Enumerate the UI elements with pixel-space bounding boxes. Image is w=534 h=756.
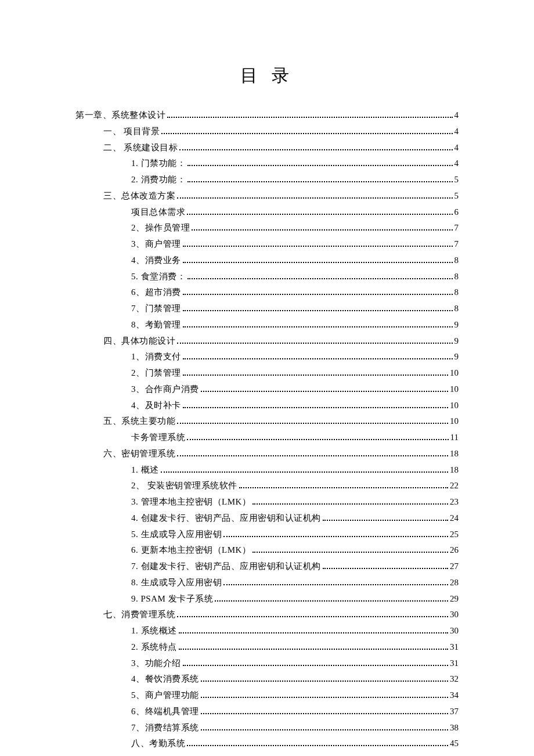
toc-entry-page: 18 (450, 462, 459, 478)
toc-entry: 第一章、系统整体设计4 (75, 107, 459, 124)
toc-entry-label: 3、商户管理 (131, 236, 181, 253)
toc-entry-label: 5. 生成或导入应用密钥 (131, 527, 222, 543)
toc-entry-page: 29 (450, 591, 459, 607)
toc-entry-label: 1. 系统概述 (131, 623, 177, 639)
toc-leader-dots (183, 352, 453, 359)
toc-entry: 4. 创建发卡行、密钥产品、应用密钥和认证机构24 (131, 510, 459, 527)
toc-entry-label: 八、考勤系统 (131, 736, 185, 752)
toc-entry-label: 7、消费结算系统 (131, 720, 199, 736)
toc-leader-dots (177, 192, 453, 199)
toc-entry-label: 3. 管理本地主控密钥（LMK） (131, 494, 251, 510)
toc-entry-label: 二、 系统建设目标 (103, 140, 178, 156)
toc-entry-page: 8 (454, 285, 459, 301)
toc-leader-dots (161, 466, 449, 473)
toc-entry-page: 18 (450, 446, 459, 462)
toc-leader-dots (187, 739, 448, 746)
toc-leader-dots (187, 272, 453, 279)
toc-entry-label: 1. 概述 (131, 462, 159, 478)
toc-entry-label: 7. 创建发卡行、密钥产品、应用密钥和认证机构 (131, 559, 321, 575)
toc-leader-dots (323, 514, 449, 521)
toc-entry-label: 8、考勤管理 (131, 317, 181, 333)
toc-entry-label: 五、系统主要功能 (103, 413, 175, 430)
toc-entry-label: 9. PSAM 发卡子系统 (131, 591, 213, 607)
toc-leader-dots (183, 256, 453, 263)
toc-leader-dots (201, 691, 449, 698)
toc-entry: 二、 系统建设目标4 (103, 140, 459, 156)
toc-entry-page: 27 (450, 559, 459, 575)
toc-leader-dots (215, 595, 448, 602)
toc-entry-page: 24 (450, 510, 459, 527)
toc-leader-dots (187, 208, 453, 215)
toc-entry-page: 34 (450, 687, 459, 704)
toc-entry-page: 8 (454, 301, 459, 317)
toc-leader-dots (177, 610, 448, 617)
table-of-contents: 第一章、系统整体设计4一、 项目背景4二、 系统建设目标41. 门禁功能：42.… (75, 107, 459, 752)
toc-entry-page: 37 (450, 704, 459, 720)
toc-leader-dots (252, 546, 448, 553)
toc-entry: 4、及时补卡10 (131, 398, 459, 414)
toc-entry-page: 26 (450, 542, 459, 559)
toc-leader-dots (177, 449, 448, 456)
toc-leader-dots (201, 675, 449, 682)
toc-leader-dots (323, 562, 449, 569)
toc-entry-label: 8. 生成或导入应用密钥 (131, 575, 222, 591)
toc-entry-page: 31 (450, 639, 459, 656)
toc-entry-label: 1、消费支付 (131, 349, 181, 365)
toc-entry: 五、系统主要功能10 (103, 413, 459, 430)
toc-entry: 卡务管理系统11 (131, 430, 459, 446)
toc-entry: 5. 生成或导入应用密钥25 (131, 527, 459, 543)
toc-entry-label: 3、合作商户消费 (131, 381, 199, 398)
toc-entry-label: 1. 门禁功能： (131, 156, 186, 172)
toc-entry-page: 4 (454, 140, 459, 156)
toc-entry-page: 4 (454, 124, 459, 140)
toc-entry-page: 45 (450, 736, 459, 752)
toc-entry-label: 4、及时补卡 (131, 398, 181, 414)
toc-entry: 4、餐饮消费系统32 (131, 671, 459, 687)
toc-leader-dots (179, 627, 449, 633)
toc-entry: 3、商户管理7 (131, 236, 459, 253)
toc-entry: 9. PSAM 发卡子系统29 (131, 591, 459, 607)
toc-leader-dots (161, 127, 452, 134)
toc-entry: 六、密钥管理系统18 (103, 446, 459, 462)
toc-entry-label: 4、餐饮消费系统 (131, 671, 199, 687)
toc-leader-dots (223, 578, 448, 585)
toc-leader-dots (201, 385, 449, 392)
toc-title: 目 录 (75, 64, 459, 88)
toc-entry: 1. 概述18 (131, 462, 459, 478)
toc-entry-label: 六、密钥管理系统 (103, 446, 175, 462)
toc-entry-label: 4. 创建发卡行、密钥产品、应用密钥和认证机构 (131, 510, 321, 527)
toc-entry-page: 9 (454, 333, 459, 350)
toc-entry-label: 项目总体需求 (131, 204, 185, 221)
toc-entry-page: 38 (450, 720, 459, 736)
toc-entry-label: 5、商户管理功能 (131, 687, 199, 704)
toc-entry-page: 7 (454, 236, 459, 253)
toc-entry: 3、功能介绍31 (131, 656, 459, 672)
toc-entry-page: 4 (454, 156, 459, 172)
toc-leader-dots (177, 417, 448, 424)
toc-entry-label: 2. 系统特点 (131, 639, 177, 656)
toc-entry: 1. 门禁功能：4 (131, 156, 459, 172)
toc-entry-page: 10 (450, 365, 459, 381)
toc-entry-label: 三、总体改造方案 (103, 188, 175, 204)
toc-entry-page: 10 (450, 398, 459, 414)
toc-entry-page: 25 (450, 527, 459, 543)
toc-entry: 8. 生成或导入应用密钥28 (131, 575, 459, 591)
toc-leader-dots (177, 337, 453, 344)
toc-leader-dots (239, 481, 448, 488)
toc-leader-dots (187, 159, 453, 166)
toc-entry-page: 30 (450, 607, 459, 623)
toc-entry-label: 3、功能介绍 (131, 656, 181, 672)
toc-entry-label: 2、 安装密钥管理系统软件 (131, 478, 237, 494)
toc-leader-dots (183, 240, 453, 247)
toc-entry: 四、具体功能设计9 (103, 333, 459, 350)
toc-entry-page: 9 (454, 349, 459, 365)
toc-entry: 项目总体需求6 (131, 204, 459, 221)
toc-leader-dots (183, 401, 449, 408)
toc-entry-page: 11 (450, 430, 459, 446)
toc-entry: 1. 系统概述30 (131, 623, 459, 639)
toc-entry: 6、超市消费8 (131, 285, 459, 301)
toc-entry: 7、消费结算系统38 (131, 720, 459, 736)
toc-entry: 4、消费业务8 (131, 253, 459, 269)
toc-leader-dots (252, 498, 448, 505)
toc-entry-label: 七、消费管理系统 (103, 607, 175, 623)
